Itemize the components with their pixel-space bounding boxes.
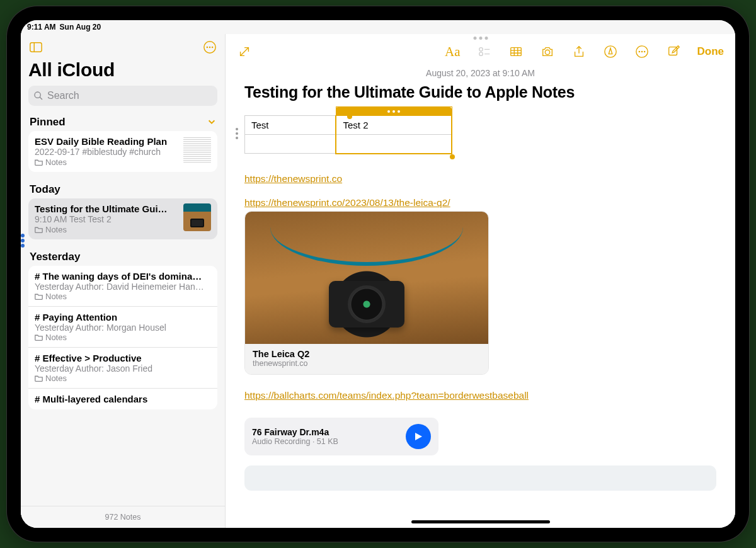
link-preview-image	[245, 212, 488, 344]
note-table[interactable]: Test Test 2	[244, 106, 716, 154]
more-options-icon[interactable]	[202, 40, 217, 55]
compose-icon[interactable]	[666, 44, 681, 59]
table-icon[interactable]	[508, 44, 524, 59]
play-icon	[413, 431, 423, 442]
note-folder: Notes	[45, 225, 67, 234]
svg-point-15	[479, 52, 483, 56]
sidebar-title: All iCloud	[21, 59, 225, 86]
play-button[interactable]	[406, 424, 431, 449]
search-icon	[33, 91, 43, 101]
selection-handle-icon[interactable]	[450, 154, 455, 159]
status-time: 9:11 AM	[27, 23, 56, 31]
status-bar: 9:11 AM Sun Aug 20	[21, 20, 735, 34]
note-more-icon[interactable]	[634, 44, 650, 59]
link-preview-site: thenewsprint.co	[253, 359, 481, 368]
link-preview-title: The Leica Q2	[253, 349, 481, 359]
search-input[interactable]: Search	[28, 86, 217, 106]
notes-list-scroll[interactable]: Pinned ESV Daily Bible Reading Plan 2022…	[21, 112, 225, 506]
note-row[interactable]: # The waning days of DEI's domina… Yeste…	[28, 266, 217, 307]
notes-count: 972 Notes	[21, 506, 225, 528]
note-subtitle: Yesterday Author: Jason Fried	[35, 363, 211, 374]
note-subtitle: Yesterday Author: Morgan Housel	[35, 323, 211, 333]
format-button[interactable]: Aa	[445, 44, 461, 60]
home-indicator[interactable]	[411, 520, 550, 523]
note-thumbnail	[183, 203, 211, 231]
svg-rect-4	[30, 43, 42, 52]
note-subtitle: 9:10 AM Test Test 2	[35, 214, 178, 224]
table-column-handle[interactable]	[336, 107, 452, 116]
note-title: Testing for the Ultimate Gui…	[35, 203, 178, 214]
svg-point-10	[35, 92, 40, 98]
section-pinned[interactable]: Pinned	[21, 112, 225, 131]
note-body[interactable]: Testing for the Ultimate Guide to Apple …	[226, 83, 735, 528]
note-title: # Effective > Productive	[35, 353, 211, 363]
svg-marker-29	[415, 433, 422, 440]
today-label: Today	[30, 183, 60, 196]
folder-icon	[35, 292, 43, 300]
link[interactable]: https://ballcharts.com/teams/index.php?t…	[244, 390, 529, 401]
svg-rect-17	[510, 48, 521, 56]
folder-icon	[35, 333, 43, 341]
table-cell-selected[interactable]: Test 2	[336, 116, 452, 135]
checklist-icon[interactable]	[477, 44, 492, 59]
note-folder: Notes	[45, 292, 67, 301]
sidebar-toggle-icon[interactable]	[28, 40, 43, 55]
camera-icon[interactable]	[540, 44, 555, 59]
link-preview-card[interactable]: The Leica Q2 thenewsprint.co	[244, 211, 489, 375]
search-placeholder: Search	[47, 90, 79, 101]
note-editor: Aa Done August 20, 2023 at 9:10 AM Testi…	[226, 34, 735, 528]
svg-point-9	[212, 47, 214, 49]
attachment-block[interactable]	[244, 465, 716, 491]
notes-sidebar: All iCloud Search Pinned ESV Daily Bible…	[21, 34, 226, 528]
note-title: ESV Daily Bible Reading Plan	[35, 136, 178, 147]
svg-line-12	[241, 48, 249, 56]
note-row[interactable]: # Effective > Productive Yesterday Autho…	[28, 348, 217, 389]
multitask-dots-icon[interactable]	[473, 37, 488, 40]
table-cell-selected[interactable]	[336, 135, 452, 154]
yesterday-label: Yesterday	[30, 251, 80, 263]
note-subtitle: 2022-09-17 #biblestudy #church	[35, 147, 178, 157]
note-title: # Multi-layered calendars	[35, 394, 211, 404]
chevron-down-icon	[207, 117, 216, 128]
audio-meta: Audio Recording · 51 KB	[252, 437, 399, 446]
note-folder: Notes	[45, 333, 67, 342]
markup-icon[interactable]	[603, 44, 618, 59]
note-card-selected[interactable]: Testing for the Ultimate Gui… 9:10 AM Te…	[28, 198, 217, 239]
multitask-indicator	[21, 234, 25, 248]
note-subtitle: Yesterday Author: David Heinemeier Han…	[35, 282, 211, 292]
svg-point-27	[643, 51, 645, 53]
audio-attachment[interactable]: 76 Fairway Dr.m4a Audio Recording · 51 K…	[244, 418, 438, 455]
selection-handle-icon[interactable]	[347, 114, 352, 119]
done-button[interactable]: Done	[697, 45, 724, 58]
svg-point-26	[641, 51, 643, 53]
table-cell[interactable]	[245, 135, 336, 154]
audio-filename: 76 Fairway Dr.m4a	[252, 427, 399, 437]
note-title: # The waning days of DEI's domina…	[35, 271, 211, 282]
note-title: # Paying Attention	[35, 312, 211, 323]
status-date: Sun Aug 20	[60, 23, 101, 31]
note-row[interactable]: # Multi-layered calendars	[28, 389, 217, 409]
note-card-pinned[interactable]: ESV Daily Bible Reading Plan 2022-09-17 …	[28, 131, 217, 172]
note-thumbnail	[183, 136, 211, 164]
note-folder: Notes	[45, 374, 67, 383]
svg-line-11	[40, 97, 42, 100]
note-row[interactable]: # Paying Attention Yesterday Author: Mor…	[28, 307, 217, 348]
folder-icon	[35, 158, 43, 166]
svg-point-13	[479, 48, 483, 52]
table-row-handle-icon[interactable]	[236, 128, 238, 139]
section-today: Today	[21, 180, 225, 198]
svg-point-7	[207, 47, 209, 49]
pinned-label: Pinned	[30, 116, 66, 128]
table-cell[interactable]: Test	[245, 116, 336, 135]
link[interactable]: https://thenewsprint.co	[244, 173, 342, 185]
note-heading[interactable]: Testing for the Ultimate Guide to Apple …	[244, 83, 716, 101]
folder-icon	[35, 374, 43, 382]
svg-point-8	[209, 47, 211, 49]
section-yesterday: Yesterday	[21, 247, 225, 266]
share-icon[interactable]	[571, 44, 587, 59]
link[interactable]: https://thenewsprint.co/2023/08/13/the-l…	[244, 197, 450, 208]
svg-point-25	[638, 51, 640, 53]
folder-icon	[35, 225, 43, 234]
note-folder: Notes	[45, 157, 67, 167]
expand-icon[interactable]	[237, 44, 252, 59]
